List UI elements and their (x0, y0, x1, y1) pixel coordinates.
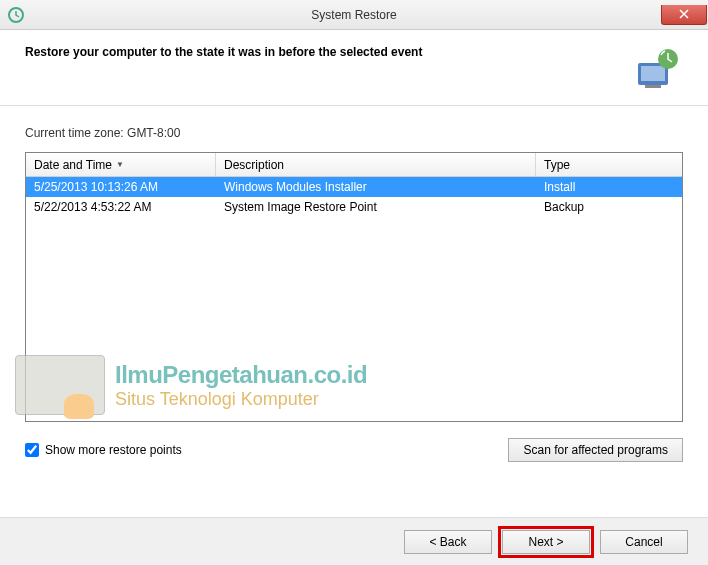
restore-points-table[interactable]: Date and Time ▼ Description Type 5/25/20… (25, 152, 683, 422)
table-row[interactable]: 5/22/2013 4:53:22 AMSystem Image Restore… (26, 197, 682, 217)
titlebar: System Restore (0, 0, 708, 30)
next-button[interactable]: Next > (502, 530, 590, 554)
controls-row: Show more restore points Scan for affect… (25, 438, 683, 462)
close-button[interactable] (661, 5, 707, 25)
window-title: System Restore (311, 8, 396, 22)
column-label: Type (544, 158, 570, 172)
column-header-date[interactable]: Date and Time ▼ (26, 153, 216, 176)
column-label: Description (224, 158, 284, 172)
table-header: Date and Time ▼ Description Type (26, 153, 682, 177)
content-area: Current time zone: GMT-8:00 Date and Tim… (0, 106, 708, 462)
header-section: Restore your computer to the state it wa… (0, 30, 708, 106)
scan-affected-button[interactable]: Scan for affected programs (508, 438, 683, 462)
column-header-description[interactable]: Description (216, 153, 536, 176)
cell-type: Install (536, 177, 682, 197)
system-restore-icon (6, 5, 26, 25)
sort-arrow-icon: ▼ (116, 160, 124, 169)
back-button[interactable]: < Back (404, 530, 492, 554)
show-more-checkbox-wrap[interactable]: Show more restore points (25, 443, 182, 457)
column-header-type[interactable]: Type (536, 153, 682, 176)
cancel-button[interactable]: Cancel (600, 530, 688, 554)
bottom-nav-bar: < Back Next > Cancel (0, 517, 708, 565)
cell-date: 5/25/2013 10:13:26 AM (26, 177, 216, 197)
show-more-checkbox[interactable] (25, 443, 39, 457)
cell-type: Backup (536, 197, 682, 217)
column-label: Date and Time (34, 158, 112, 172)
table-row[interactable]: 5/25/2013 10:13:26 AMWindows Modules Ins… (26, 177, 682, 197)
checkbox-label: Show more restore points (45, 443, 182, 457)
restore-large-icon (633, 45, 683, 95)
header-text: Restore your computer to the state it wa… (25, 45, 422, 59)
cell-description: System Image Restore Point (216, 197, 536, 217)
svg-rect-2 (641, 66, 665, 81)
cell-description: Windows Modules Installer (216, 177, 536, 197)
timezone-label: Current time zone: GMT-8:00 (25, 126, 683, 140)
svg-rect-3 (645, 85, 661, 88)
cell-date: 5/22/2013 4:53:22 AM (26, 197, 216, 217)
